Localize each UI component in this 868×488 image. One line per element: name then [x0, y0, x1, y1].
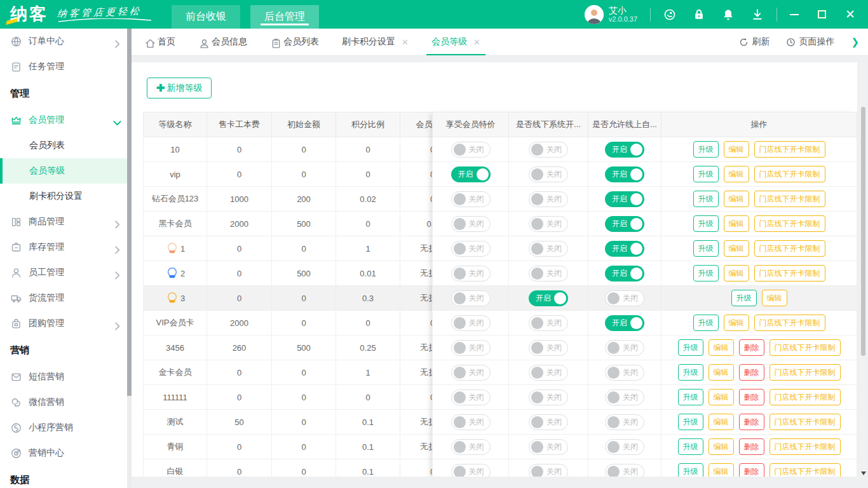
toggle-offline-open-off[interactable]: 关闭: [529, 241, 568, 257]
toggle-special-price-off[interactable]: 关闭: [451, 464, 491, 477]
upgrade-button[interactable]: 升级: [693, 141, 719, 158]
minimize-icon[interactable]: [790, 14, 799, 15]
limit-button[interactable]: 门店线下开卡限制: [770, 414, 841, 430]
sidebar-scrollbar-thumb[interactable]: [127, 29, 132, 396]
toggle-online-open-on[interactable]: 开启: [605, 191, 644, 207]
sidebar-item-团购管理[interactable]: 团购管理: [0, 311, 127, 336]
delete-button[interactable]: 删除: [739, 389, 764, 405]
lock-icon[interactable]: [693, 8, 705, 21]
delete-button[interactable]: 删除: [739, 463, 764, 477]
toggle-offline-open-off[interactable]: 关闭: [529, 464, 568, 477]
nav-tab-backend-admin[interactable]: 后台管理: [250, 5, 319, 29]
toggle-online-open-off[interactable]: 关闭: [605, 340, 644, 356]
toggle-special-price-off[interactable]: 关闭: [451, 241, 491, 257]
limit-button[interactable]: 门店线下开卡限制: [754, 265, 825, 281]
toggle-offline-open-off[interactable]: 关闭: [529, 414, 568, 430]
edit-button[interactable]: 编辑: [724, 191, 749, 207]
tab-会员列表[interactable]: 会员列表: [270, 29, 319, 55]
toggle-special-price-on[interactable]: 开启: [451, 166, 491, 182]
tabbar-expand-chevron-icon[interactable]: ❯: [851, 36, 859, 48]
sidebar-item-会员管理[interactable]: 会员管理: [0, 107, 127, 133]
upgrade-button[interactable]: 升级: [693, 166, 719, 182]
upgrade-button[interactable]: 升级: [731, 290, 757, 306]
toggle-online-open-on[interactable]: 开启: [605, 315, 644, 331]
sidebar-item-商品管理[interactable]: 商品管理: [0, 209, 127, 234]
tab-会员等级[interactable]: 会员等级✕: [431, 29, 480, 55]
close-icon[interactable]: ✕: [845, 8, 855, 20]
bell-icon[interactable]: [722, 8, 735, 21]
sidebar-subitem-会员列表[interactable]: 会员列表: [0, 133, 127, 158]
edit-button[interactable]: 编辑: [762, 290, 787, 306]
limit-button[interactable]: 门店线下开卡限制: [770, 389, 841, 405]
nav-tab-front-cashier[interactable]: 前台收银: [172, 5, 240, 29]
limit-button[interactable]: 门店线下开卡限制: [754, 141, 825, 158]
download-icon[interactable]: [751, 8, 764, 21]
toggle-special-price-off[interactable]: 关闭: [451, 365, 491, 381]
upgrade-button[interactable]: 升级: [678, 364, 703, 381]
refresh-button[interactable]: 刷新: [739, 36, 770, 48]
toggle-online-open-off[interactable]: 关闭: [605, 439, 644, 455]
limit-button[interactable]: 门店线下开卡限制: [754, 166, 825, 182]
edit-button[interactable]: 编辑: [724, 315, 749, 331]
upgrade-button[interactable]: 升级: [693, 265, 719, 281]
sidebar-item-货流管理[interactable]: 货流管理: [0, 285, 127, 311]
edit-button[interactable]: 编辑: [709, 463, 734, 477]
edit-button[interactable]: 编辑: [724, 166, 749, 182]
sidebar-subitem-刷卡积分设置[interactable]: 刷卡积分设置: [0, 184, 127, 209]
toggle-special-price-off[interactable]: 关闭: [451, 290, 491, 306]
tab-close-icon[interactable]: ✕: [402, 37, 409, 47]
toggle-offline-open-on[interactable]: 开启: [529, 290, 568, 306]
toggle-online-open-on[interactable]: 开启: [605, 142, 644, 158]
edit-button[interactable]: 编辑: [709, 339, 734, 356]
limit-button[interactable]: 门店线下开卡限制: [754, 215, 825, 232]
edit-button[interactable]: 编辑: [709, 438, 734, 455]
tab-首页[interactable]: 首页: [144, 29, 175, 55]
toggle-special-price-off[interactable]: 关闭: [451, 439, 491, 455]
toggle-offline-open-off[interactable]: 关闭: [529, 191, 568, 207]
delete-button[interactable]: 删除: [739, 438, 764, 455]
sidebar-item-任务管理[interactable]: 任务管理: [0, 54, 127, 79]
edit-button[interactable]: 编辑: [724, 215, 749, 232]
upgrade-button[interactable]: 升级: [678, 414, 703, 430]
toggle-offline-open-off[interactable]: 关闭: [529, 266, 568, 281]
sidebar-item-订单中心[interactable]: 订单中心: [0, 29, 127, 54]
sidebar-item-库存管理[interactable]: 库存管理: [0, 234, 127, 260]
maximize-icon[interactable]: [818, 10, 826, 18]
tab-会员信息[interactable]: 会员信息: [198, 29, 247, 55]
toggle-offline-open-off[interactable]: 关闭: [529, 340, 568, 356]
edit-button[interactable]: 编辑: [709, 364, 734, 381]
toggle-offline-open-off[interactable]: 关闭: [529, 216, 568, 232]
delete-button[interactable]: 删除: [739, 339, 764, 356]
toggle-special-price-off[interactable]: 关闭: [451, 216, 491, 232]
user-account[interactable]: 艾小 v2.0.0.37: [585, 5, 637, 24]
toggle-special-price-off[interactable]: 关闭: [451, 266, 491, 281]
toggle-special-price-off[interactable]: 关闭: [451, 315, 491, 331]
toggle-special-price-off[interactable]: 关闭: [451, 340, 491, 356]
tab-close-icon[interactable]: ✕: [473, 37, 480, 47]
toggle-online-open-off[interactable]: 关闭: [605, 290, 644, 306]
toggle-special-price-off[interactable]: 关闭: [451, 142, 491, 158]
toggle-offline-open-off[interactable]: 关闭: [529, 315, 568, 331]
add-level-button[interactable]: ✚ 新增等级: [147, 78, 212, 98]
limit-button[interactable]: 门店线下开卡限制: [770, 438, 841, 455]
edit-button[interactable]: 编辑: [709, 389, 734, 405]
upgrade-button[interactable]: 升级: [678, 389, 703, 405]
upgrade-button[interactable]: 升级: [693, 315, 719, 331]
toggle-offline-open-off[interactable]: 关闭: [529, 142, 568, 158]
sidebar-item-短信营销[interactable]: 短信营销: [0, 364, 127, 390]
support-icon[interactable]: [663, 8, 676, 21]
limit-button[interactable]: 门店线下开卡限制: [754, 191, 825, 207]
toggle-offline-open-off[interactable]: 关闭: [529, 439, 568, 455]
edit-button[interactable]: 编辑: [724, 240, 749, 257]
page-operations-button[interactable]: 页面操作: [786, 36, 834, 48]
toggle-online-open-on[interactable]: 开启: [605, 241, 644, 257]
upgrade-button[interactable]: 升级: [693, 215, 719, 232]
limit-button[interactable]: 门店线下开卡限制: [770, 339, 841, 356]
limit-button[interactable]: 门店线下开卡限制: [770, 364, 841, 381]
toggle-offline-open-off[interactable]: 关闭: [529, 365, 568, 381]
toggle-special-price-off[interactable]: 关闭: [451, 414, 491, 430]
delete-button[interactable]: 删除: [739, 414, 764, 430]
sidebar-item-小程序营销[interactable]: 小程序营销: [0, 415, 127, 440]
edit-button[interactable]: 编辑: [724, 141, 749, 158]
toggle-online-open-off[interactable]: 关闭: [605, 365, 644, 381]
